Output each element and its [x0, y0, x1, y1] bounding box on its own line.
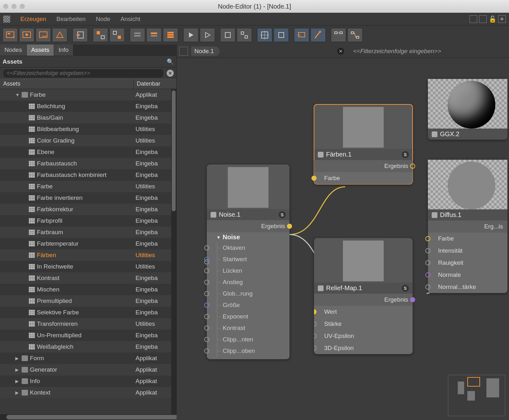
asset-tree[interactable]: ▼FarbeApplikatBelichtungEingebaBias/Gain…: [0, 89, 176, 420]
tool-snap-2[interactable]: [237, 28, 252, 42]
clear-search-icon[interactable]: ✕: [167, 70, 174, 77]
tool-frame-2[interactable]: [274, 28, 289, 42]
solo-icon[interactable]: S: [402, 151, 409, 158]
tool-align-2[interactable]: [146, 28, 162, 42]
port-in[interactable]: [204, 348, 209, 354]
port-in[interactable]: [204, 303, 209, 308]
port-in[interactable]: [425, 248, 430, 253]
port-out[interactable]: [287, 224, 292, 229]
tool-frame-1[interactable]: [257, 28, 272, 42]
menu-erzeugen[interactable]: Erzeugen: [15, 16, 51, 23]
input-row[interactable]: Rauigkeit: [428, 257, 507, 269]
param-row[interactable]: Größe: [207, 299, 289, 311]
asset-row[interactable]: FarbprofilEingeba: [0, 215, 176, 227]
asset-row[interactable]: ▶FormApplikat: [0, 353, 176, 364]
menu-bearbeiten[interactable]: Bearbeiten: [51, 16, 91, 23]
expand-arrow-icon[interactable]: ▶: [15, 390, 20, 395]
tool-group-1[interactable]: [93, 28, 108, 42]
port-in[interactable]: [314, 309, 317, 314]
tool-align-1[interactable]: [130, 28, 145, 42]
asset-row[interactable]: PremultipliedEingeba: [0, 295, 176, 307]
col-database[interactable]: Datenbar: [134, 79, 164, 89]
breadcrumb[interactable]: Node.1: [191, 46, 220, 56]
param-row[interactable]: Exponent: [207, 311, 289, 322]
col-assets[interactable]: Assets: [0, 79, 134, 89]
asset-row[interactable]: BildbearbeitungUtilities: [0, 123, 176, 135]
search-icon[interactable]: 🔍: [167, 58, 174, 65]
param-row[interactable]: Startwert: [207, 254, 289, 265]
asset-row[interactable]: FärbenUtilities: [0, 249, 176, 261]
asset-row[interactable]: Selektive FarbeEingeba: [0, 307, 176, 318]
asset-row[interactable]: TransformierenUtilities: [0, 318, 176, 330]
asset-row[interactable]: MischenEingeba: [0, 284, 176, 295]
port-in-farbe[interactable]: [311, 176, 317, 181]
asset-row[interactable]: Farbaustausch kombiniertEingeba: [0, 169, 176, 181]
param-row[interactable]: Lücken: [207, 265, 289, 276]
input-row[interactable]: Normal...tärke: [428, 281, 507, 293]
solo-icon[interactable]: S: [279, 211, 286, 218]
asset-row[interactable]: FarbkorrekturEingeba: [0, 204, 176, 215]
chevron-down-icon[interactable]: ▼: [216, 235, 221, 240]
input-row[interactable]: Wert: [314, 306, 413, 318]
tool-align-3[interactable]: [163, 28, 178, 42]
asset-row[interactable]: ▶InfoApplikat: [0, 375, 176, 387]
asset-row[interactable]: KontrastEingeba: [0, 272, 176, 284]
tool-new-node-2[interactable]: [19, 28, 34, 42]
node-ggx[interactable]: GGX.2: [428, 79, 507, 140]
canvas-icon[interactable]: [179, 47, 188, 56]
vertical-scrollbar[interactable]: [171, 89, 176, 420]
asset-row[interactable]: FarbraumEingeba: [0, 227, 176, 238]
tool-new-node-4[interactable]: [52, 28, 67, 42]
port-in[interactable]: [204, 268, 209, 273]
input-row[interactable]: Farbe: [428, 233, 507, 245]
tool-new-node-3[interactable]: [36, 28, 51, 42]
node-diffus[interactable]: Diffus.1 Erg...is FarbeIntensitätRauigke…: [428, 160, 507, 293]
port-in[interactable]: [425, 272, 430, 277]
tab-info[interactable]: Info: [54, 45, 73, 56]
port-in[interactable]: [204, 257, 209, 262]
traffic-lights[interactable]: [3, 4, 25, 9]
port-in[interactable]: [204, 291, 209, 296]
layout-icon-2[interactable]: [479, 15, 487, 23]
port-out[interactable]: [410, 164, 415, 169]
port-in[interactable]: [314, 333, 317, 339]
asset-row[interactable]: In ReichweiteUtilities: [0, 261, 176, 272]
port-in[interactable]: [425, 260, 430, 265]
expand-arrow-icon[interactable]: ▶: [15, 367, 20, 372]
port-in[interactable]: [425, 236, 430, 241]
port-in[interactable]: [204, 326, 209, 331]
port-in[interactable]: [204, 314, 209, 319]
input-row[interactable]: Stärke: [314, 318, 413, 330]
asset-row[interactable]: Un-PremultipliedEingeba: [0, 330, 176, 341]
menu-ansicht[interactable]: Ansicht: [115, 16, 145, 23]
canvas-filter[interactable]: <<Filterzeichenfolge eingeben>>: [351, 46, 506, 56]
tool-snap-1[interactable]: [220, 28, 235, 42]
asset-row[interactable]: FarbtemperaturEingeba: [0, 238, 176, 249]
param-row[interactable]: Clipp...nten: [207, 334, 289, 345]
menu-node[interactable]: Node: [91, 16, 115, 23]
tool-view-1[interactable]: [294, 28, 309, 42]
asset-row[interactable]: ▼FarbeApplikat: [0, 89, 176, 101]
lock-icon[interactable]: 🔓: [489, 15, 496, 23]
asset-row[interactable]: FarbeUtilities: [0, 181, 176, 192]
input-row[interactable]: UV-Epsilon: [314, 330, 413, 342]
asset-row[interactable]: BelichtungEingeba: [0, 101, 176, 112]
asset-row[interactable]: Farbe invertierenEingeba: [0, 192, 176, 204]
port-in[interactable]: [204, 245, 209, 250]
tool-view-2[interactable]: [310, 28, 326, 42]
tool-arrange-2[interactable]: [347, 28, 363, 42]
input-row[interactable]: Normale: [428, 269, 507, 281]
param-row[interactable]: Clipp...oben: [207, 345, 289, 357]
node-noise[interactable]: Noise.1S Ergebnis ▼Noise OktavenStartwer…: [207, 164, 289, 359]
asset-row[interactable]: FarbaustauschEingeba: [0, 158, 176, 169]
node-relief[interactable]: Relief-Map.1S Ergebnis WertStärkeUV-Epsi…: [314, 238, 413, 354]
tool-arrange-1[interactable]: [331, 28, 346, 42]
param-row[interactable]: Glob...rung: [207, 288, 289, 299]
tool-play-2[interactable]: [200, 28, 215, 42]
port-in[interactable]: [204, 337, 209, 342]
solo-icon[interactable]: S: [402, 285, 409, 292]
input-row[interactable]: 3D-Epsilon: [314, 342, 413, 354]
param-row[interactable]: Oktaven: [207, 242, 289, 254]
tool-import[interactable]: [73, 28, 88, 42]
asset-search-input[interactable]: [3, 68, 164, 78]
